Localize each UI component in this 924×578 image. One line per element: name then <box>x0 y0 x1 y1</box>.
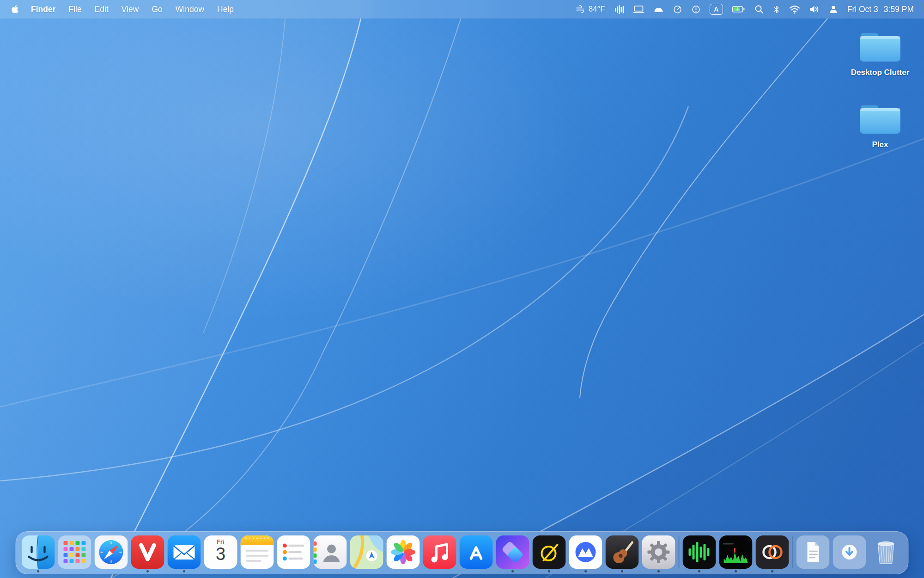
spotlight-icon[interactable] <box>754 5 764 14</box>
maps-app-icon[interactable] <box>350 535 383 569</box>
launchpad-icon[interactable] <box>58 535 91 569</box>
vivaldi-app-icon[interactable] <box>131 535 164 569</box>
desktop-folder-plex[interactable]: Plex <box>843 102 917 149</box>
display-icon[interactable] <box>633 5 644 14</box>
wifi-icon[interactable] <box>789 5 800 14</box>
desktop: Finder File Edit View Go Window Help 84°… <box>0 0 924 578</box>
folder-label: Desktop Clutter <box>851 68 910 77</box>
clock-date: Fri Oct 3 <box>847 5 878 14</box>
wind-icon <box>576 5 586 14</box>
wallpaper <box>0 0 924 578</box>
system-settings-icon[interactable] <box>642 535 675 569</box>
menu-bar: Finder File Edit View Go Window Help 84°… <box>0 0 924 18</box>
volume-icon[interactable] <box>809 5 820 14</box>
menu-bar-clock[interactable]: Fri Oct 3 3:59 PM <box>847 5 914 14</box>
desktop-folder-desktop-clutter[interactable]: Desktop Clutter <box>843 30 917 77</box>
photo-editor-app-icon[interactable] <box>756 535 789 569</box>
folder-icon <box>856 30 904 66</box>
audio-eq-icon[interactable] <box>614 4 624 14</box>
nordvpn-app-icon[interactable] <box>569 535 602 569</box>
menu-app-name[interactable]: Finder <box>24 0 62 18</box>
shortcuts-app-icon[interactable] <box>496 535 529 569</box>
wallpaper-curves <box>0 0 924 578</box>
gauge-icon[interactable] <box>673 5 682 14</box>
safari-app-icon[interactable] <box>95 535 128 569</box>
user-switch-icon[interactable] <box>828 4 839 14</box>
arc-icon[interactable] <box>653 5 664 14</box>
garageband-app-icon[interactable] <box>606 535 639 569</box>
input-source-label: A <box>714 6 718 13</box>
temperature-label: 84°F <box>589 5 605 14</box>
yellow-audio-utility-icon[interactable] <box>533 535 566 569</box>
folder-icon <box>856 102 904 138</box>
finder-app-icon[interactable] <box>22 535 55 569</box>
bluetooth-icon[interactable] <box>773 5 780 14</box>
dock-separator <box>679 536 680 568</box>
audio-spectrum-app-icon[interactable] <box>683 535 716 569</box>
photos-app-icon[interactable] <box>387 535 420 569</box>
menu-bar-status: 84°F A <box>576 4 914 15</box>
dock-separator <box>792 536 793 568</box>
calendar-day: 3 <box>216 545 225 564</box>
music-app-icon[interactable] <box>423 535 456 569</box>
documents-stack-icon[interactable] <box>796 535 830 569</box>
mail-app-icon[interactable] <box>168 535 201 569</box>
downloads-icon[interactable] <box>833 535 866 569</box>
apple-icon <box>11 5 19 14</box>
menu-view[interactable]: View <box>115 0 146 18</box>
weather-status[interactable]: 84°F <box>576 5 605 14</box>
menu-window[interactable]: Window <box>169 0 211 18</box>
folder-label: Plex <box>872 140 888 149</box>
app-store-icon[interactable] <box>460 535 493 569</box>
alert-circle-icon[interactable] <box>691 5 701 14</box>
clock-time: 3:59 PM <box>884 5 914 14</box>
system-monitor-app-icon[interactable] <box>719 535 753 569</box>
menu-help[interactable]: Help <box>211 0 240 18</box>
reminders-app-icon[interactable] <box>277 535 310 569</box>
battery-charging-icon[interactable] <box>732 5 746 13</box>
menu-bar-left: Finder File Edit View Go Window Help <box>10 0 240 18</box>
menu-go[interactable]: Go <box>145 0 169 18</box>
calendar-app-icon[interactable]: Fri 3 <box>204 535 237 569</box>
menu-file[interactable]: File <box>62 0 88 18</box>
input-source-badge[interactable]: A <box>710 4 723 15</box>
trash-icon[interactable] <box>869 535 903 569</box>
notes-app-icon[interactable] <box>241 535 274 569</box>
apple-menu[interactable] <box>10 5 24 14</box>
contacts-app-icon[interactable] <box>314 535 347 569</box>
menu-edit[interactable]: Edit <box>88 0 115 18</box>
dock: Fri 3 <box>16 531 909 574</box>
